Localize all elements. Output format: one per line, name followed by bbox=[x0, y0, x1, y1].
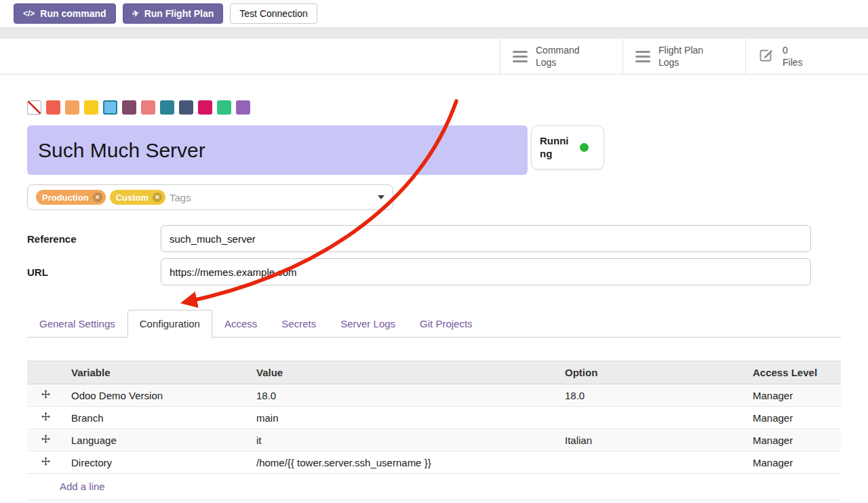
handle-column-header bbox=[27, 361, 64, 384]
status-button[interactable]: Running bbox=[531, 125, 604, 169]
cell-variable[interactable]: Branch bbox=[64, 407, 250, 429]
test-connection-button[interactable]: Test Connection bbox=[230, 3, 317, 24]
list-icon bbox=[635, 51, 650, 62]
test-connection-label: Test Connection bbox=[239, 8, 307, 19]
cell-variable[interactable]: Language bbox=[64, 429, 250, 451]
dropdown-caret-icon[interactable] bbox=[378, 195, 384, 199]
page-background-band bbox=[0, 27, 868, 39]
tab-secrets[interactable]: Secrets bbox=[269, 310, 328, 338]
tab-access[interactable]: Access bbox=[212, 310, 269, 338]
tags-placeholder: Tags bbox=[170, 192, 191, 203]
cell-option[interactable]: 18.0 bbox=[558, 384, 746, 407]
run-flight-plan-button[interactable]: ✈ Run Flight Plan bbox=[123, 3, 224, 24]
top-toolbar: </> Run command ✈ Run Flight Plan Test C… bbox=[0, 0, 868, 27]
color-swatch[interactable] bbox=[65, 100, 79, 115]
form-sheet: Such Much Server Running Production✕Cust… bbox=[0, 100, 868, 500]
color-swatch[interactable] bbox=[179, 100, 193, 115]
tab-server-logs[interactable]: Server Logs bbox=[328, 310, 408, 338]
drag-handle-icon[interactable] bbox=[27, 407, 64, 429]
status-label: Running bbox=[540, 135, 574, 161]
color-swatch[interactable] bbox=[103, 100, 117, 115]
url-label: URL bbox=[27, 266, 161, 278]
server-name-input[interactable]: Such Much Server bbox=[27, 125, 528, 175]
url-input[interactable] bbox=[161, 258, 811, 285]
color-swatch[interactable] bbox=[236, 100, 250, 115]
list-icon bbox=[513, 51, 528, 62]
code-icon: </> bbox=[23, 9, 35, 18]
tab-general-settings[interactable]: General Settings bbox=[27, 310, 127, 338]
column-header-access: Access Level bbox=[746, 361, 841, 384]
cell-value[interactable]: main bbox=[250, 407, 558, 429]
tag-pill: Custom✕ bbox=[110, 190, 165, 205]
tag-list: Production✕Custom✕ bbox=[36, 190, 165, 205]
configuration-table: Variable Value Option Access Level Odoo … bbox=[27, 361, 841, 500]
cell-option[interactable] bbox=[558, 451, 746, 474]
cell-value[interactable]: 18.0 bbox=[250, 384, 558, 407]
tab-git-projects[interactable]: Git Projects bbox=[408, 310, 485, 338]
drag-handle-icon[interactable] bbox=[27, 451, 64, 474]
run-command-button[interactable]: </> Run command bbox=[14, 3, 116, 24]
color-palette bbox=[27, 100, 841, 115]
tag-label: Custom bbox=[116, 193, 149, 203]
table-header-row: Variable Value Option Access Level bbox=[27, 361, 841, 384]
color-swatch[interactable] bbox=[122, 100, 136, 115]
color-swatch[interactable] bbox=[217, 100, 231, 115]
color-swatch[interactable] bbox=[141, 100, 155, 115]
tag-remove-icon[interactable]: ✕ bbox=[93, 193, 102, 202]
reference-input[interactable] bbox=[161, 225, 811, 252]
cell-variable[interactable]: Odoo Demo Version bbox=[64, 384, 250, 407]
command-logs-label: Command Logs bbox=[536, 44, 598, 68]
table-row[interactable]: Odoo Demo Version 18.0 18.0 Manager bbox=[27, 384, 841, 407]
column-header-value: Value bbox=[250, 361, 558, 384]
column-header-option: Option bbox=[558, 361, 746, 384]
cell-option[interactable] bbox=[558, 407, 746, 429]
run-command-label: Run command bbox=[40, 8, 106, 19]
tags-field[interactable]: Production✕Custom✕ Tags bbox=[27, 184, 393, 210]
table-row[interactable]: Branch main Manager bbox=[27, 407, 841, 429]
cell-access[interactable]: Manager bbox=[746, 451, 841, 474]
tag-remove-icon[interactable]: ✕ bbox=[153, 193, 162, 202]
cell-access[interactable]: Manager bbox=[746, 429, 841, 451]
color-swatch[interactable] bbox=[84, 100, 98, 115]
field-rows: Reference URL bbox=[27, 225, 841, 285]
table-row[interactable]: Language it Italian Manager bbox=[27, 429, 841, 451]
command-logs-button[interactable]: Command Logs bbox=[500, 39, 623, 74]
color-swatch-none[interactable] bbox=[27, 100, 41, 115]
flight-plan-logs-button[interactable]: Flight Plan Logs bbox=[623, 39, 745, 74]
run-flight-plan-label: Run Flight Plan bbox=[144, 8, 214, 19]
add-line-link[interactable]: Add a line bbox=[27, 474, 841, 500]
edit-icon bbox=[758, 47, 774, 66]
drag-handle-icon[interactable] bbox=[27, 384, 64, 407]
cell-access[interactable]: Manager bbox=[746, 384, 841, 407]
tab-configuration[interactable]: Configuration bbox=[127, 310, 212, 338]
cell-value[interactable]: it bbox=[250, 429, 558, 451]
server-name-text: Such Much Server bbox=[38, 139, 205, 162]
flight-plan-logs-label: Flight Plan Logs bbox=[658, 44, 721, 68]
drag-handle-icon[interactable] bbox=[27, 429, 64, 451]
color-swatch[interactable] bbox=[46, 100, 60, 115]
cell-value[interactable]: /home/{{ tower.server.ssh_username }} bbox=[250, 451, 558, 474]
control-header: Command Logs Flight Plan Logs 0 Files bbox=[0, 39, 868, 75]
tab-bar: General Settings Configuration Access Se… bbox=[27, 310, 841, 338]
title-row: Such Much Server Running bbox=[27, 125, 841, 175]
files-label: Files bbox=[783, 56, 803, 68]
status-dot bbox=[580, 143, 589, 152]
cell-access[interactable]: Manager bbox=[746, 407, 841, 429]
reference-label: Reference bbox=[27, 233, 161, 245]
cell-variable[interactable]: Directory bbox=[64, 451, 250, 474]
column-header-variable: Variable bbox=[64, 361, 250, 384]
color-swatch[interactable] bbox=[160, 100, 174, 115]
files-count: 0 bbox=[783, 44, 803, 56]
tag-pill: Production✕ bbox=[36, 190, 106, 205]
cell-option[interactable]: Italian bbox=[558, 429, 746, 451]
plane-icon: ✈ bbox=[131, 8, 140, 19]
files-button[interactable]: 0 Files bbox=[745, 39, 868, 74]
tag-label: Production bbox=[42, 193, 89, 203]
table-row[interactable]: Directory /home/{{ tower.server.ssh_user… bbox=[27, 451, 841, 474]
color-swatch[interactable] bbox=[198, 100, 212, 115]
